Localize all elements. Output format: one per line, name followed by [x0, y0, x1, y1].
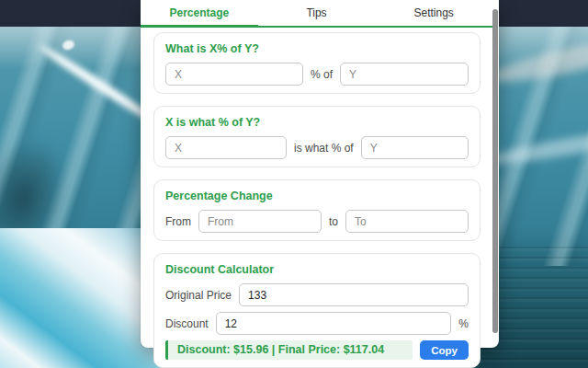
tab-tips[interactable]: Tips [258, 0, 376, 26]
percentage-change-row: From to [165, 210, 469, 233]
from-label: From [165, 215, 191, 228]
discount-result-row: Discount: $15.96 | Final Price: $117.04 … [165, 340, 469, 360]
extension-popup: Percentage Tips Settings What is X% of Y… [141, 0, 499, 348]
card-discount-calculator: Discount Calculator Original Price Disco… [153, 253, 481, 368]
section-title: Percentage Change [165, 190, 469, 202]
tab-percentage[interactable]: Percentage [141, 0, 258, 26]
discount-result-text: Discount: $15.96 | Final Price: $117.04 [165, 340, 413, 360]
scrollbar-thumb[interactable] [492, 9, 498, 333]
change-from-input[interactable] [198, 210, 322, 233]
percent-of-label: % of [311, 68, 333, 81]
is-what-percent-of-label: is what % of [294, 142, 354, 155]
card-what-is-x-percent-of-y: What is X% of Y? % of [153, 32, 481, 94]
section-title: X is what % of Y? [165, 116, 469, 129]
original-price-label: Original Price [165, 289, 232, 302]
copy-button[interactable]: Copy [420, 340, 469, 360]
discount-input[interactable] [216, 312, 452, 335]
tab-bar: Percentage Tips Settings [141, 0, 492, 28]
what-is-x-input[interactable] [165, 63, 303, 86]
popup-content: What is X% of Y? % of X is what % of Y? … [141, 29, 492, 368]
card-percentage-change: Percentage Change From to [153, 179, 481, 241]
what-is-y-input[interactable] [340, 63, 469, 86]
x-is-what-row: is what % of [165, 136, 469, 159]
original-price-row: Original Price [165, 283, 469, 306]
to-label: to [329, 215, 338, 228]
discount-label: Discount [165, 317, 209, 330]
percent-suffix: % [458, 317, 469, 330]
discount-row: Discount % [165, 312, 469, 335]
card-x-is-what-percent-of-y: X is what % of Y? is what % of [153, 106, 481, 167]
tab-settings[interactable]: Settings [375, 0, 492, 26]
x-is-what-x-input[interactable] [165, 136, 287, 159]
x-is-what-y-input[interactable] [361, 136, 469, 159]
what-is-row: % of [165, 63, 469, 86]
section-title: What is X% of Y? [165, 42, 469, 55]
section-title: Discount Calculator [165, 263, 469, 276]
original-price-input[interactable] [239, 283, 469, 306]
change-to-input[interactable] [345, 210, 469, 233]
